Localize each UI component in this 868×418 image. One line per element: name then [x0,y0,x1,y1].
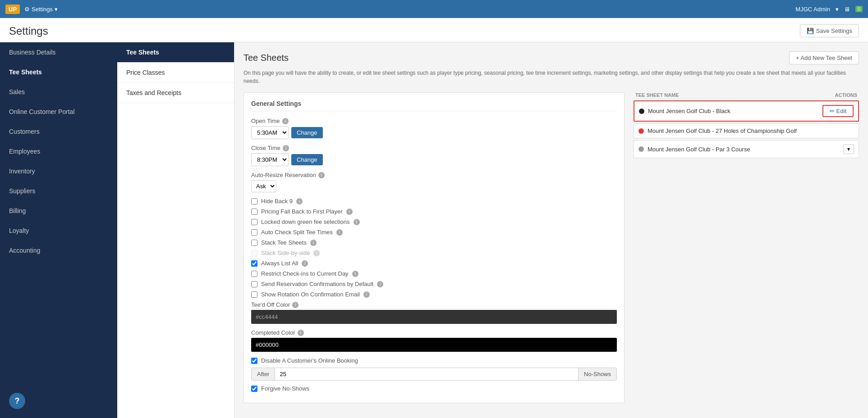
user-label[interactable]: MJGC Admin [795,6,830,13]
save-settings-button[interactable]: 💾 Save Settings [800,24,859,37]
auto-resize-info-icon[interactable]: i [318,172,325,178]
tee-sheet-row-left: Mount Jensen Golf Club - Black [639,108,730,114]
dot-gray-icon [638,146,644,152]
tee-sheet-row-championship[interactable]: Mount Jensen Golf Club - 27 Holes of Cha… [634,123,859,138]
open-time-info-icon[interactable]: i [282,118,289,124]
edit-tee-sheet-button[interactable]: ✏ Edit [822,105,854,117]
tee-sheet-list-header: TEE SHEET NAME ACTIONS [634,92,859,98]
disable-online-booking-checkbox[interactable] [251,358,257,364]
settings-dropdown-arrow: ▾ [55,6,58,13]
send-confirmations-info-icon[interactable]: i [377,281,383,287]
send-confirmations-row: Send Reservation Confirmations by Defaul… [251,281,617,287]
section-description: On this page you will have the ability t… [243,69,859,85]
sidebar-item-business-details[interactable]: Business Details [0,42,117,62]
sidebar-item-suppliers[interactable]: Suppliers [0,181,117,201]
restrict-checkins-info-icon[interactable]: i [352,271,358,277]
locked-green-fee-checkbox[interactable] [251,219,257,225]
close-time-controls: 8:30PM 8:00PM 9:00PM Change [251,153,617,166]
sidebar-item-label: Employees [9,148,40,155]
show-rotation-info-icon[interactable]: i [363,291,370,298]
sidebar-item-employees[interactable]: Employees [0,141,117,161]
sidebar: Business Details Tee Sheets Sales Online… [0,42,117,418]
teed-off-color-info-icon[interactable]: i [292,302,299,308]
sidebar-item-label: Loyalty [9,227,29,234]
restrict-checkins-row: Restrict Check-ins to Current Day i [251,270,617,277]
help-button[interactable]: ? [9,393,25,409]
pricing-fall-back-info-icon[interactable]: i [346,209,353,215]
close-time-change-button[interactable]: Change [291,154,323,165]
restrict-checkins-checkbox[interactable] [251,271,257,277]
stack-tee-sheets-checkbox[interactable] [251,240,257,246]
sidebar-item-label: Billing [9,207,26,214]
sidebar-item-label: Accounting [9,247,40,254]
stack-side-by-side-info-icon[interactable]: i [313,250,320,256]
hide-back-9-checkbox[interactable] [251,198,257,204]
sidebar-item-tee-sheets[interactable]: Tee Sheets [0,62,117,82]
sub-sidebar-item-taxes-receipts[interactable]: Taxes and Receipts [117,83,234,103]
open-time-change-button[interactable]: Change [291,127,323,138]
topbar-right: MJGC Admin ▾ 🖥 0 [795,6,863,13]
hide-back-9-info-icon[interactable]: i [296,198,303,204]
sidebar-item-accounting[interactable]: Accounting [0,241,117,260]
sidebar-item-billing[interactable]: Billing [0,201,117,221]
disable-online-booking-row: Disable A Customer's Online Booking [251,357,617,364]
show-rotation-checkbox[interactable] [251,291,257,298]
tee-sheet-row-black[interactable]: Mount Jensen Golf Club - Black ✏ Edit [634,100,859,122]
stack-tee-sheets-info-icon[interactable]: i [310,240,317,246]
show-rotation-row: Show Rotation On Confirmation Email i [251,291,617,298]
main-content: Tee Sheets + Add New Tee Sheet On this p… [234,42,868,418]
no-shows-button[interactable]: No-Shows [578,368,616,380]
close-time-info-icon[interactable]: i [283,145,289,151]
tee-sheet-row-left: Mount Jensen Golf Club - 27 Holes of Cha… [638,127,797,134]
locked-green-fee-info-icon[interactable]: i [354,219,360,225]
auto-resize-row: Auto-Resize Reservation i Ask Yes No [251,172,617,192]
after-input[interactable] [275,368,578,380]
monitor-icon[interactable]: 🖥 [844,6,850,13]
forgive-no-shows-label: Forgive No-Shows [261,385,309,392]
save-button-label: Save Settings [816,27,852,34]
add-new-tee-sheet-button[interactable]: + Add New Tee Sheet [789,51,859,64]
auto-resize-select[interactable]: Ask Yes No [251,180,276,192]
topbar-left: UP ⚙ Settings ▾ [5,5,58,14]
gear-icon: ⚙ [24,6,30,13]
notification-badge[interactable]: 0 [855,6,863,12]
tee-layout: General Settings Open Time i 5:30AM 5:00… [243,92,859,403]
tee-sheet-name-par3: Mount Jensen Golf Club - Par 3 Course [648,146,750,153]
pricing-fall-back-checkbox[interactable] [251,209,257,215]
auto-check-split-checkbox[interactable] [251,229,257,236]
always-list-all-info-icon[interactable]: i [302,260,308,267]
forgive-no-shows-checkbox[interactable] [251,386,257,392]
sidebar-item-customers[interactable]: Customers [0,122,117,141]
sidebar-item-online-customer-portal[interactable]: Online Customer Portal [0,102,117,122]
section-header: Tee Sheets + Add New Tee Sheet [243,51,859,64]
auto-check-split-label: Auto Check Split Tee Times [261,229,333,236]
completed-color-input[interactable]: #000000 [251,338,617,352]
tee-sheet-row-par3[interactable]: Mount Jensen Golf Club - Par 3 Course ▾ [634,140,859,158]
hide-back-9-label: Hide Back 9 [261,198,293,204]
sub-sidebar-item-tee-sheets[interactable]: Tee Sheets [117,42,234,63]
auto-check-split-info-icon[interactable]: i [336,229,343,236]
always-list-all-row: Always List All i [251,260,617,267]
close-time-label: Close Time i [251,145,617,151]
tee-sheet-dropdown-button[interactable]: ▾ [843,144,854,154]
sub-sidebar-item-price-classes[interactable]: Price Classes [117,63,234,83]
sidebar-item-inventory[interactable]: Inventory [0,161,117,181]
always-list-all-checkbox[interactable] [251,260,257,267]
tee-sheet-row-left: Mount Jensen Golf Club - Par 3 Course [638,146,750,153]
sidebar-item-sales[interactable]: Sales [0,82,117,102]
send-confirmations-checkbox[interactable] [251,281,257,287]
send-confirmations-label: Send Reservation Confirmations by Defaul… [261,281,373,287]
close-time-select[interactable]: 8:30PM 8:00PM 9:00PM [251,153,289,166]
open-time-select[interactable]: 5:30AM 5:00AM 6:00AM [251,126,289,139]
stack-side-by-side-checkbox[interactable] [251,250,257,256]
general-settings-panel: General Settings Open Time i 5:30AM 5:00… [243,92,625,403]
teed-off-color-input[interactable]: #cc4444 [251,310,617,324]
completed-color-info-icon[interactable]: i [298,330,304,336]
settings-menu[interactable]: ⚙ Settings ▾ [24,6,58,13]
page-title: Settings [9,25,48,37]
stack-side-by-side-row: Stack Side-by-side i [251,250,617,256]
app-logo[interactable]: UP [5,5,20,14]
general-settings-title: General Settings [251,100,617,111]
tee-sheet-list-panel: TEE SHEET NAME ACTIONS Mount Jensen Golf… [634,92,859,403]
sidebar-item-loyalty[interactable]: Loyalty [0,221,117,241]
